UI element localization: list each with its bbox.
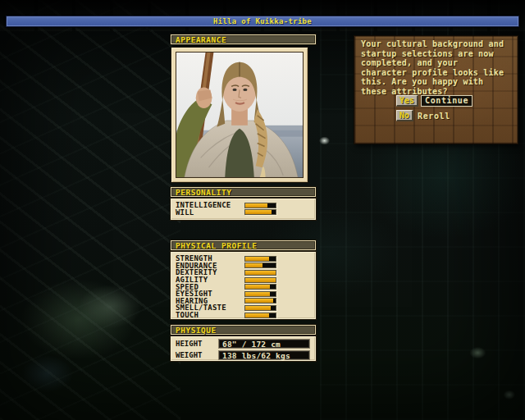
stat-bar	[244, 284, 276, 290]
stat-bar-fill	[245, 285, 270, 289]
appearance-header-label: APPEARANCE	[176, 35, 226, 44]
stat-bar-fill	[245, 271, 276, 275]
height-value: 68" / 172 cm	[218, 339, 310, 349]
dialog-message-line: completed, and your	[361, 58, 517, 68]
dialog-message-line: this. Are you happy with	[361, 77, 517, 87]
reroll-label[interactable]: Reroll	[418, 112, 450, 121]
character-portrait-frame	[171, 47, 308, 183]
stat-label: TOUCH	[176, 312, 244, 318]
confirmation-dialog: Your cultural background and startup sel…	[354, 35, 518, 144]
stat-bar-fill	[245, 292, 270, 296]
physical-profile-header-label: PHYSICAL PROFILE	[176, 241, 258, 250]
physique-panel: HEIGHT 68" / 172 cm WEIGHT 138 lbs/62 kg…	[170, 336, 317, 362]
personality-panel-header: PERSONALITY	[170, 186, 317, 198]
physique-row-height: HEIGHT 68" / 172 cm	[176, 339, 316, 349]
no-keycap[interactable]: No	[396, 110, 413, 121]
no-reroll-button[interactable]: No Reroll	[396, 110, 450, 121]
stat-bar	[244, 305, 276, 311]
stat-bar-fill	[245, 257, 269, 261]
height-label: HEIGHT	[176, 340, 218, 348]
weight-label: WEIGHT	[176, 351, 218, 359]
stat-bar-fill	[245, 299, 273, 303]
character-title-bar: Hilla of Kuikka-tribe	[6, 16, 519, 27]
appearance-panel-header: APPEARANCE	[170, 34, 317, 45]
personality-panel: INTELLIGENCE WILL	[170, 198, 317, 221]
stat-bar-fill	[245, 210, 272, 214]
background-wood-planks-left	[0, 0, 180, 420]
stat-bar	[244, 203, 276, 208]
dialog-message: Your cultural background and startup sel…	[361, 39, 517, 97]
stat-bar	[244, 291, 276, 297]
dialog-message-line: Your cultural background and	[361, 39, 517, 49]
stat-bar	[244, 209, 276, 215]
physique-header-label: PHYSIQUE	[176, 326, 217, 335]
physique-row-weight: WEIGHT 138 lbs/62 kgs	[176, 350, 316, 360]
continue-label[interactable]: Continue	[421, 95, 472, 107]
stat-row-touch: TOUCH	[176, 312, 316, 319]
physical-profile-panel-header: PHYSICAL PROFILE	[170, 240, 317, 251]
stat-bar-fill	[245, 313, 269, 317]
stat-bar	[244, 256, 276, 262]
stat-bar	[244, 270, 276, 276]
stat-label: WILL	[176, 209, 244, 216]
stat-bar	[244, 313, 276, 318]
stat-row-intelligence: INTELLIGENCE	[176, 202, 316, 209]
dialog-message-line: startup selections are now	[361, 49, 517, 59]
stat-bar	[244, 262, 276, 268]
stat-bar	[244, 298, 276, 304]
character-portrait	[176, 52, 304, 178]
physical-profile-panel: STRENGTH ENDURANCE DEXTERITY AGILITY SPE…	[170, 251, 317, 320]
stat-row-will: WILL	[176, 209, 316, 217]
personality-header-label: PERSONALITY	[176, 188, 231, 197]
character-title: Hilla of Kuikka-tribe	[213, 17, 312, 25]
game-screen: Hilla of Kuikka-tribe APPEARANCE	[0, 0, 525, 420]
physique-panel-header: PHYSIQUE	[170, 324, 317, 336]
yes-continue-button[interactable]: Yes Continue	[396, 95, 472, 107]
stat-bar-fill	[245, 278, 276, 282]
weight-value: 138 lbs/62 kgs	[218, 350, 310, 360]
stat-label: AGILITY	[176, 276, 244, 283]
stat-bar-fill	[245, 263, 262, 267]
stat-bar	[244, 277, 276, 283]
stat-bar-fill	[245, 306, 271, 310]
character-portrait-image	[176, 52, 303, 177]
yes-keycap[interactable]: Yes	[396, 95, 418, 107]
stat-bar-fill	[245, 203, 267, 208]
dialog-message-line: character profile looks like	[361, 68, 517, 78]
